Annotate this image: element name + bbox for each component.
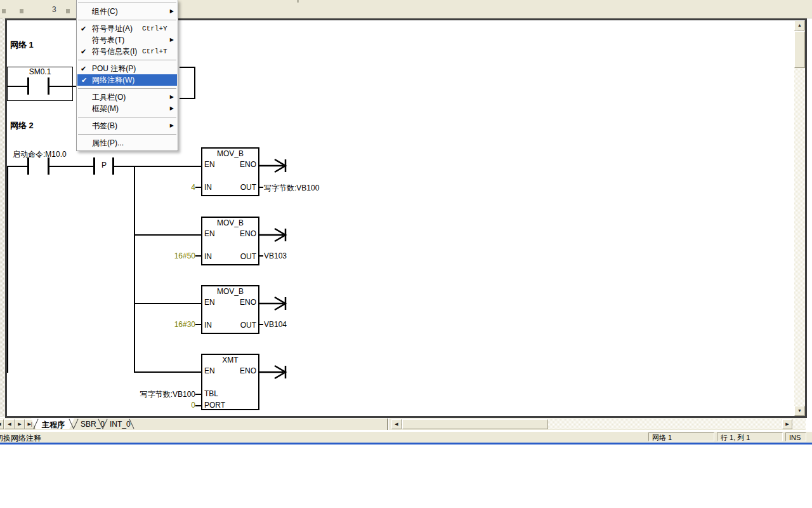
tab-next-button[interactable]: ▶ xyxy=(15,419,25,429)
in-value[interactable]: 4 xyxy=(159,183,195,192)
pin-eno: ENO xyxy=(240,298,256,307)
pin-out: OUT xyxy=(240,252,256,261)
scrollbar-thumb[interactable] xyxy=(794,31,805,68)
tab-edge xyxy=(73,419,78,429)
out-operand[interactable]: VB103 xyxy=(264,251,287,260)
wire xyxy=(49,86,76,87)
pin-eno: ENO xyxy=(240,229,256,238)
power-rail xyxy=(7,166,8,373)
tbl-operand[interactable]: 写字节数:VB100 xyxy=(83,389,195,400)
vertical-scrollbar[interactable]: ▲ ▼ xyxy=(794,20,805,416)
submenu-arrow-icon: ▶ xyxy=(170,34,174,46)
contact-bar[interactable] xyxy=(27,77,29,95)
view-dropdown-menu: 组件(C) ▶ ✔ 符号寻址(A) Ctrl+Y 符号表(T) ▶ ✔ 符号信息… xyxy=(76,0,178,151)
hidden-box-edge xyxy=(180,67,195,68)
edge-contact-bar[interactable] xyxy=(93,157,95,175)
tab-panel-edge xyxy=(387,418,389,430)
menu-item-properties[interactable]: 属性(P)... xyxy=(77,137,178,149)
pin-en: EN xyxy=(204,229,215,238)
contact-operand-sm01[interactable]: SM0.1 xyxy=(21,67,59,76)
pin-stub xyxy=(259,255,263,257)
scrollbar-corner xyxy=(792,419,806,429)
status-row-col: 行 1, 列 1 xyxy=(717,432,783,441)
hidden-box-edge xyxy=(180,98,195,99)
menu-item-label: 符号寻址(A) xyxy=(92,24,133,33)
menu-item-toolbars[interactable]: 工具栏(O) ▶ xyxy=(77,91,178,103)
pin-stub xyxy=(195,394,201,395)
window-border-bottom xyxy=(0,443,812,444)
contact-operand-m100[interactable]: 启动命令:M10.0 xyxy=(13,149,67,160)
edge-contact-label[interactable]: P xyxy=(96,161,112,170)
app-window: { "toolbar": { "fragment_text": "3" }, "… xyxy=(0,0,812,508)
pou-tab-bar: |◀ ◀ ▶ ▶| 主程序 SBR_0 INT_0 ◀ ▶ xyxy=(0,418,806,430)
menu-separator xyxy=(78,20,176,20)
tab-int0[interactable]: INT_0 xyxy=(110,420,131,429)
contact-bar[interactable] xyxy=(27,157,29,175)
menu-item-label: 符号信息表(I) xyxy=(92,47,137,56)
menu-item-frame[interactable]: 框架(M) ▶ xyxy=(77,103,178,114)
toolbar-button-fragment xyxy=(66,9,70,13)
tab-prev-button[interactable]: ◀ xyxy=(4,419,15,429)
in-value[interactable]: 16#30 xyxy=(140,320,195,329)
scroll-up-button[interactable]: ▲ xyxy=(794,20,805,30)
mov-b-block-2[interactable]: MOV_B EN ENO IN OUT xyxy=(201,217,259,265)
menu-item-label: 属性(P)... xyxy=(92,138,124,147)
check-icon: ✔ xyxy=(81,23,86,34)
eno-open-arrow xyxy=(259,157,295,174)
port-value[interactable]: 0 xyxy=(159,401,195,410)
menu-item-symbol-table[interactable]: 符号表(T) ▶ xyxy=(77,34,178,46)
in-value[interactable]: 16#50 xyxy=(140,251,195,260)
xmt-block[interactable]: XMT EN ENO TBL PORT xyxy=(201,354,259,410)
hscroll-left-button[interactable]: ◀ xyxy=(391,419,402,429)
menu-separator xyxy=(78,88,176,89)
mov-b-block-1[interactable]: MOV_B EN ENO IN OUT xyxy=(201,147,259,196)
out-operand[interactable]: 写字节数:VB100 xyxy=(264,183,319,194)
menu-item-bookmarks[interactable]: 书签(B) ▶ xyxy=(77,120,178,131)
pin-eno: ENO xyxy=(240,160,256,169)
wire xyxy=(7,166,28,167)
tab-first-button[interactable]: |◀ xyxy=(0,419,4,429)
pin-in: IN xyxy=(204,321,212,330)
block-title: XMT xyxy=(202,356,258,364)
wire xyxy=(134,303,202,304)
wire xyxy=(134,234,202,236)
block-title: MOV_B xyxy=(202,287,258,296)
menu-separator xyxy=(78,60,176,60)
hscrollbar-thumb[interactable] xyxy=(402,419,548,429)
hidden-box-edge xyxy=(194,67,195,99)
menu-item-components[interactable]: 组件(C) ▶ xyxy=(77,6,178,17)
status-bar: 切换网络注释 网络 1 行 1, 列 1 INS xyxy=(0,431,812,443)
hscroll-right-button[interactable]: ▶ xyxy=(782,419,792,429)
scroll-down-button[interactable]: ▼ xyxy=(794,406,805,416)
network1-label: 网络 1 xyxy=(10,39,34,51)
submenu-arrow-icon: ▶ xyxy=(170,91,174,103)
menu-item-symbol-info-table[interactable]: ✔ 符号信息表(I) Ctrl+T xyxy=(77,46,178,57)
wire xyxy=(7,86,28,87)
tab-main-program[interactable]: 主程序 xyxy=(42,420,65,431)
block-title: MOV_B xyxy=(202,149,258,158)
pin-stub xyxy=(259,324,263,325)
check-icon: ✔ xyxy=(81,63,86,74)
toolbar-button-fragment xyxy=(2,9,6,13)
pin-en: EN xyxy=(204,298,215,307)
check-icon: ✔ xyxy=(81,74,87,86)
toolbar-zoom-fragment: 3 xyxy=(52,5,56,14)
menu-item-label: POU 注释(P) xyxy=(92,64,136,73)
scrollbar-track[interactable] xyxy=(794,30,805,406)
editor-left-gutter xyxy=(0,18,5,417)
pin-in: IN xyxy=(204,252,212,261)
mov-b-block-3[interactable]: MOV_B EN ENO IN OUT xyxy=(201,285,259,334)
menu-item-symbol-addressing[interactable]: ✔ 符号寻址(A) Ctrl+Y xyxy=(77,23,178,34)
menu-item-pou-comments[interactable]: ✔ POU 注释(P) xyxy=(77,63,178,74)
out-operand[interactable]: VB104 xyxy=(264,320,287,329)
menu-separator xyxy=(78,117,176,117)
eno-open-arrow xyxy=(259,295,295,312)
submenu-arrow-icon: ▶ xyxy=(170,103,174,114)
menu-item-label: 框架(M) xyxy=(92,104,119,113)
menu-item-network-comments[interactable]: ✔ 网络注释(W) xyxy=(77,74,177,86)
toolbar-tick xyxy=(297,0,299,3)
branch-wire xyxy=(134,166,135,373)
pin-stub xyxy=(195,255,201,257)
wire xyxy=(134,371,202,373)
pin-eno: ENO xyxy=(240,366,256,375)
